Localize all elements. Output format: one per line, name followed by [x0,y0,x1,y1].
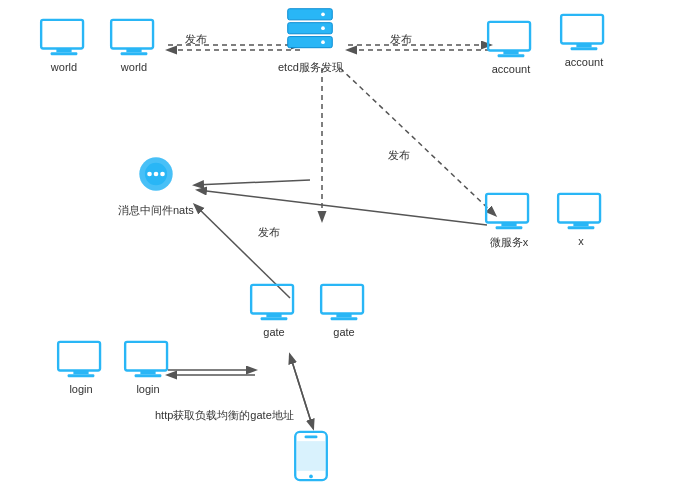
svg-rect-15 [51,52,78,55]
svg-rect-51 [125,342,167,371]
svg-rect-17 [126,48,141,52]
microx1-node: 微服务x [483,192,535,250]
world1-label: world [51,61,77,73]
svg-line-3 [340,68,495,215]
account2-label: account [565,56,604,68]
nats-label: 消息中间件nats [118,203,194,218]
svg-rect-47 [331,317,358,320]
svg-rect-30 [571,47,598,50]
svg-rect-49 [73,370,88,374]
pub-label-4: 发布 [258,225,280,240]
svg-rect-37 [501,222,516,226]
http-label: http获取负载均衡的gate地址 [155,408,294,423]
svg-point-35 [160,172,165,177]
svg-rect-39 [558,194,600,223]
gate1-node: gate [248,283,300,338]
login1-label: login [69,383,92,395]
svg-rect-46 [336,313,351,317]
svg-rect-25 [488,22,530,51]
gate1-label: gate [263,326,284,338]
pub-label-2: 发布 [390,32,412,47]
svg-point-20 [322,12,326,16]
gate2-label: gate [333,326,354,338]
svg-line-7 [290,355,313,428]
account1-node: account [485,20,537,75]
svg-rect-36 [486,194,528,223]
svg-rect-56 [297,441,325,471]
diagram: world world etcd服务发现 account [0,0,698,500]
world2-label: world [121,61,147,73]
svg-rect-23 [288,37,333,48]
svg-rect-52 [140,370,155,374]
mobile-node [292,430,330,482]
login1-node: login [55,340,107,395]
svg-rect-45 [321,285,363,314]
svg-point-34 [154,172,159,177]
login2-label: login [136,383,159,395]
svg-rect-42 [251,285,293,314]
svg-rect-21 [288,23,333,34]
svg-rect-41 [568,226,595,229]
svg-rect-29 [576,43,591,47]
microx2-node: x [555,192,607,247]
world1-node: world [38,18,90,73]
svg-line-8 [290,355,313,428]
svg-rect-14 [56,48,71,52]
svg-rect-19 [288,9,333,20]
svg-rect-40 [573,222,588,226]
account2-node: account [558,13,610,68]
etcd-label: etcd服务发现 [278,60,343,75]
svg-line-4 [195,180,310,185]
svg-rect-44 [261,317,288,320]
microx2-label: x [578,235,584,247]
svg-point-24 [322,40,326,44]
svg-point-33 [147,172,152,177]
account1-label: account [492,63,531,75]
svg-point-22 [322,26,326,30]
svg-rect-27 [498,54,525,57]
svg-rect-53 [135,374,162,377]
svg-rect-50 [68,374,95,377]
etcd-node: etcd服务发现 [278,5,343,75]
gate2-node: gate [318,283,370,338]
svg-rect-18 [121,52,148,55]
svg-line-5 [198,190,487,225]
svg-rect-26 [503,50,518,54]
svg-rect-48 [58,342,100,371]
svg-rect-13 [41,20,83,49]
svg-rect-16 [111,20,153,49]
pub-label-3: 发布 [388,148,410,163]
pub-label-1: 发布 [185,32,207,47]
svg-point-57 [309,475,313,479]
microx1-label: 微服务x [490,235,529,250]
svg-rect-28 [561,15,603,44]
svg-rect-38 [496,226,523,229]
svg-rect-55 [305,436,318,439]
svg-rect-43 [266,313,281,317]
world2-node: world [108,18,160,73]
nats-node: 消息中间件nats [118,148,194,218]
login2-node: login [122,340,174,395]
